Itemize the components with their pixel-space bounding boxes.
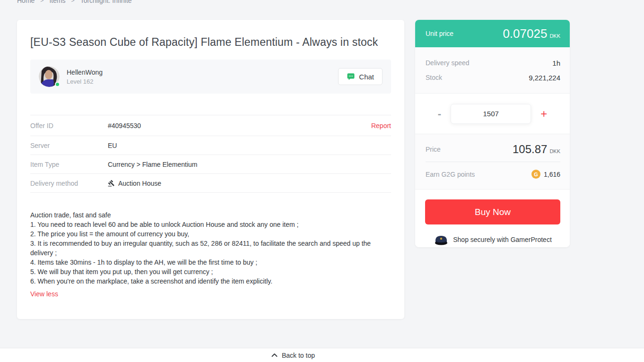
quantity-increase-button[interactable]: + — [540, 108, 548, 120]
g2g-points-row: Earn G2G points G 1,616 — [426, 162, 560, 186]
unit-price-header: Unit price 0.07025 DKK — [415, 20, 570, 47]
description-line: Auction trade, fast and safe — [30, 210, 391, 220]
quantity-input[interactable] — [451, 104, 531, 124]
price-currency: DKK — [549, 148, 560, 154]
quantity-decrease-button[interactable]: - — [437, 109, 442, 119]
total-price-row: Price 105.87 DKK — [426, 137, 560, 162]
offer-id-row: Offer ID #40945530 Report — [30, 115, 391, 136]
seller-panel: HellenWong Level 162 Chat — [30, 60, 391, 94]
delivery-method-label: Delivery method — [30, 180, 108, 187]
listing-card: [EU-S3 Season Cube of Rapacity] Flame El… — [17, 20, 404, 319]
offer-id-value: #40945530 — [108, 122, 141, 129]
delivery-speed-value: 1h — [552, 59, 560, 67]
delivery-speed-label: Delivery speed — [426, 59, 470, 67]
seller-info: HellenWong Level 162 — [67, 69, 103, 85]
gamer-protect-label: Shop securely with GamerProtect — [453, 236, 552, 243]
chat-button-label: Chat — [359, 73, 374, 81]
online-status-dot — [55, 82, 60, 87]
breadcrumb-game[interactable]: Torchlight: Infinite — [80, 0, 132, 4]
price-label: Price — [426, 146, 441, 153]
chevron-up-icon — [271, 353, 278, 357]
chat-button[interactable]: Chat — [338, 68, 383, 85]
breadcrumb-items[interactable]: Items — [49, 0, 65, 4]
stock-row: Stock 9,221,224 — [426, 71, 560, 84]
unit-price-currency: DKK — [549, 33, 560, 39]
g2g-points-label: Earn G2G points — [426, 171, 475, 178]
delivery-speed-row: Delivery speed 1h — [426, 57, 560, 69]
gavel-icon — [108, 180, 115, 187]
back-to-top-label: Back to top — [282, 352, 315, 359]
item-type-row: Item Type Currency > Flame Elementium — [30, 155, 391, 174]
breadcrumb-separator: > — [71, 0, 75, 4]
buy-section: Buy Now Shop securely with GamerProtect — [415, 190, 570, 245]
offer-stats-section: Delivery speed 1h Stock 9,221,224 — [415, 47, 570, 94]
report-link[interactable]: Report — [371, 122, 391, 129]
description-line: 6. When you're on the markplace, take a … — [30, 276, 391, 286]
offer-details-table: Offer ID #40945530 Report Server EU Item… — [30, 115, 391, 193]
description-line: 2. The price you list = the amount of cu… — [30, 229, 391, 239]
description-line: 3. It is recommended to buy an irregular… — [30, 239, 391, 258]
item-type-label: Item Type — [30, 161, 108, 168]
breadcrumb: Home > Items > Torchlight: Infinite — [17, 0, 132, 4]
unit-price-label: Unit price — [426, 30, 453, 37]
quantity-stepper: - + — [415, 94, 570, 134]
police-cap-icon — [434, 234, 449, 245]
offer-id-label: Offer ID — [30, 122, 108, 129]
stock-label: Stock — [426, 74, 442, 81]
buy-now-button[interactable]: Buy Now — [425, 199, 560, 224]
g2g-points-value: 1,616 — [544, 171, 560, 178]
description-line: 4. Items take 30mins - 1h to display to … — [30, 258, 391, 267]
seller-avatar[interactable] — [39, 66, 60, 87]
item-type-value: Currency > Flame Elementium — [108, 161, 197, 168]
page: Home > Items > Torchlight: Infinite [EU-… — [0, 0, 644, 362]
chat-bubble-icon — [347, 72, 355, 81]
description-line: 5. We will buy that item you put up, the… — [30, 267, 391, 276]
delivery-method-value: Auction House — [118, 180, 161, 187]
server-value: EU — [108, 142, 117, 149]
offer-description: Auction trade, fast and safe 1. You need… — [30, 210, 391, 286]
price-value: 105.87 — [513, 143, 547, 156]
seller-name[interactable]: HellenWong — [67, 69, 103, 76]
view-less-link[interactable]: View less — [30, 290, 58, 298]
seller-level: Level 162 — [67, 78, 103, 85]
description-line: 1. You need to reach level 60 and be abl… — [30, 220, 391, 229]
breadcrumb-separator: > — [40, 0, 44, 4]
server-label: Server — [30, 142, 108, 149]
server-row: Server EU — [30, 136, 391, 155]
unit-price-value: 0.07025 — [503, 26, 547, 41]
delivery-method-row: Delivery method Auction House — [30, 174, 391, 193]
purchase-panel: Unit price 0.07025 DKK Delivery speed 1h… — [415, 20, 570, 247]
back-to-top[interactable]: Back to top — [0, 348, 644, 362]
breadcrumb-home[interactable]: Home — [17, 0, 35, 4]
page-title: [EU-S3 Season Cube of Rapacity] Flame El… — [30, 35, 380, 50]
price-section: Price 105.87 DKK Earn G2G points G 1,616 — [415, 134, 570, 190]
gamer-protect-row: Shop securely with GamerProtect — [425, 234, 560, 245]
g-coin-icon: G — [531, 170, 540, 179]
stock-value: 9,221,224 — [529, 74, 560, 82]
